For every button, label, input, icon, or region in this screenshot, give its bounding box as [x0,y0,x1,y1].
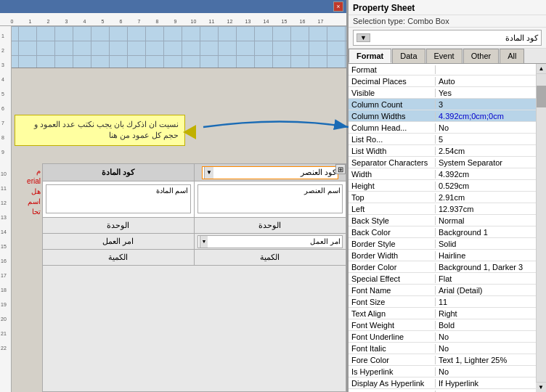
combo-dropdown-icon[interactable]: ▼ [356,33,370,42]
prop-name-font-weight: Font Weight [349,321,436,330]
prop-name-font-size: Font Size [349,298,436,306]
prop-top: Top 2.91cm [349,192,536,203]
scroll-up-button[interactable]: ▲ [537,64,546,74]
ruler: 0 1 2 3 4 5 6 7 8 9 10 11 12 13 14 15 16… [0,13,346,26]
tab-all[interactable]: All [500,49,524,63]
prop-visible: Visible Yes [349,87,536,99]
prop-name-fore-color: Fore Color [349,356,436,364]
prop-name-visible: Visible [349,89,436,97]
close-button[interactable]: × [333,1,343,12]
element-name-label: اسم العنصر [197,184,343,213]
prop-value-fore-color[interactable]: Text 1, Lighter 25% [436,356,536,364]
prop-value-is-hyperlink[interactable]: No [436,367,536,376]
prop-left: Left 12.937cm [349,203,536,215]
vertical-ruler: 1 2 3 4 5 6 7 8 9 10 11 12 13 14 15 16 1… [0,26,12,392]
prop-name-border-style: Border Style [349,240,436,248]
property-scrollbar[interactable]: ▲ ▼ [536,64,546,392]
tab-event[interactable]: Event [426,49,463,63]
prop-font-underline: Font Underline No [349,331,536,343]
prop-value-decimal[interactable]: Auto [436,77,536,86]
col2-header: كود العنصر ▼ [195,164,346,181]
prop-value-font-underline[interactable]: No [436,332,536,341]
tab-format[interactable]: Format [349,49,391,63]
designer-header: × [0,0,346,13]
prop-value-font-name[interactable]: Arial (Detail) [436,286,536,295]
tab-data[interactable]: Data [392,49,425,63]
prop-value-visible[interactable]: Yes [436,89,536,97]
prop-column-widths: Column Widths 4.392cm;0cm;0cm [349,110,536,122]
prop-value-special-effect[interactable]: Flat [436,274,536,283]
prop-value-list-rows[interactable]: 5 [436,135,536,144]
prop-value-font-weight[interactable]: Bold [436,321,536,330]
property-list-container: Format Decimal Places Auto Visible Yes C… [349,64,546,392]
prop-name-list-rows: List Ro... [349,135,436,144]
prop-value-back-color[interactable]: Background 1 [436,228,536,237]
prop-name-list-width: List Width [349,147,436,155]
prop-value-border-color[interactable]: Background 1, Darker 3 [436,263,536,271]
prop-name-column-count: Column Count [349,100,436,109]
unit-col2: الوحدة [195,218,346,233]
prop-value-column-widths[interactable]: 4.392cm;0cm;0cm [436,112,536,121]
tab-other[interactable]: Other [463,49,500,63]
prop-value-column-heads[interactable]: No [436,123,536,132]
prop-value-back-style[interactable]: Normal [436,216,536,225]
prop-name-back-color: Back Color [349,228,436,237]
prop-format: Format [349,64,536,75]
combo-selector-value: كود المادة [505,33,538,43]
prop-font-italic: Font Italic No [349,343,536,354]
prop-font-size: Font Size 11 [349,296,536,308]
text-input-row: اسم المادة اسم العنصر [43,181,346,218]
work-order-arrow-icon[interactable]: ▼ [200,236,208,248]
prop-value-separator[interactable]: System Separator [436,158,536,167]
prop-value-height[interactable]: 0.529cm [436,181,536,190]
combo-element[interactable]: كود العنصر ▼ [202,166,338,179]
combo-selector[interactable]: كود المادة ▼ [353,30,542,46]
prop-list-width: List Width 2.54cm [349,145,536,157]
prop-name-back-style: Back Style [349,216,436,225]
prop-value-list-width[interactable]: 2.54cm [436,147,536,155]
scroll-thumb[interactable] [537,86,546,107]
prop-name-font-name: Font Name [349,286,436,295]
prop-name-is-hyperlink: Is Hyperlink [349,367,436,376]
prop-decimal-places: Decimal Places Auto [349,75,536,87]
selection-type-row: Selection type: Combo Box [349,15,546,28]
quantity-col2: الكمية [195,250,346,265]
prop-value-border-width[interactable]: Hairline [436,251,536,260]
prop-value-width[interactable]: 4.392cm [436,170,536,179]
prop-value-text-align[interactable]: Right [436,309,536,318]
work-order-col1: امر العمل [43,234,195,249]
prop-value-column-count[interactable]: 3 [436,100,536,109]
prop-name-height: Height [349,181,436,190]
prop-name-left: Left [349,205,436,213]
prop-value-font-size[interactable]: 11 [436,298,536,306]
header-row: كود المادة كود العنصر ▼ [43,164,346,181]
prop-value-border-style[interactable]: Solid [436,240,536,248]
property-sheet: Property Sheet Selection type: Combo Box… [347,0,546,392]
callout-arrow [183,125,196,139]
form-designer: × 0 1 2 3 4 5 6 7 8 9 10 11 12 13 14 15 … [0,0,347,392]
expand-button[interactable]: ⊞ [335,164,346,174]
prop-name-special-effect: Special Effect [349,274,436,283]
prop-name-text-align: Text Align [349,309,436,318]
callout-box: نسيت ان اذكرك بان يجب نكتب عدد العمود و … [15,115,185,146]
prop-name-separator: Separator Characters [349,158,436,167]
prop-value-top[interactable]: 2.91cm [436,193,536,202]
combo-arrow-icon[interactable]: ▼ [204,167,213,179]
prop-border-width: Border Width Hairline [349,250,536,261]
prop-value-display-hyperlink[interactable]: If Hyperlink [436,379,536,388]
prop-fore-color: Fore Color Text 1, Lighter 25% [349,354,536,366]
work-order-combo[interactable]: امر العمل ▼ [197,235,343,248]
prop-font-name: Font Name Arial (Detail) [349,285,536,296]
prop-value-font-italic[interactable]: No [436,344,536,353]
scroll-down-button[interactable]: ▼ [536,382,546,392]
prop-name-format: Format [349,65,436,74]
selection-type-value: Combo Box [407,17,449,25]
prop-list-rows: List Ro... 5 [349,134,536,145]
prop-back-style: Back Style Normal [349,215,536,226]
prop-name-border-color: Border Color [349,263,436,271]
property-list: Format Decimal Places Auto Visible Yes C… [349,64,536,392]
prop-separator: Separator Characters System Separator [349,157,536,168]
prop-column-heads: Column Head... No [349,122,536,134]
prop-name-column-heads: Column Head... [349,123,436,132]
prop-value-left[interactable]: 12.937cm [436,205,536,213]
